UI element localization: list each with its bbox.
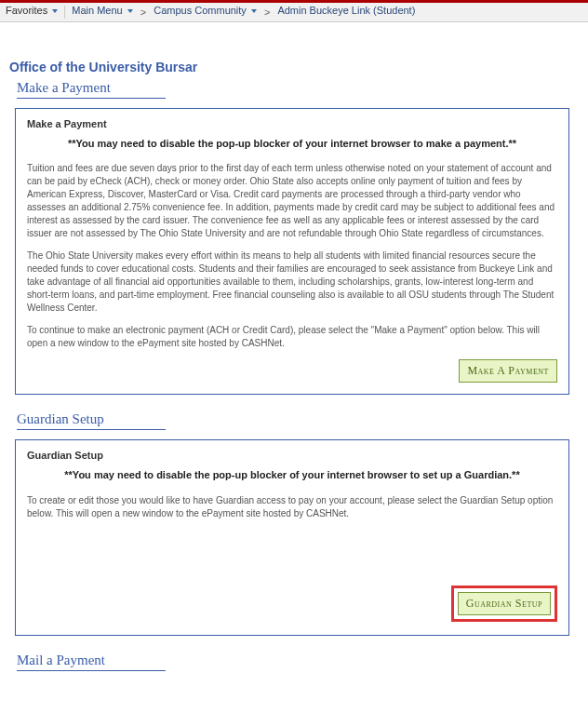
breadcrumb-main-menu[interactable]: Main Menu (72, 5, 132, 20)
chevron-down-icon (52, 9, 58, 13)
highlight-box-guardian: Guardian Setup (451, 586, 557, 622)
breadcrumb-separator: > (137, 7, 150, 18)
breadcrumb-admin-buckeye-link[interactable]: Admin Buckeye Link (Student) (277, 5, 415, 20)
popup-warning-make-payment: **You may need to disable the pop-up blo… (27, 137, 557, 151)
make-payment-button[interactable]: Make A Payment (459, 359, 557, 383)
section-heading-guardian: Guardian Setup (17, 411, 166, 430)
panel-make-payment: Make a Payment **You may need to disable… (15, 108, 569, 395)
section-heading-mail-payment: Mail a Payment (17, 653, 166, 671)
page-content: Office of the University Bursar Make a P… (0, 22, 588, 690)
make-payment-para3: To continue to make an electronic paymen… (27, 324, 557, 350)
breadcrumb-item-label: Main Menu (72, 5, 122, 16)
make-payment-para2: The Ohio State University makes every ef… (27, 249, 557, 315)
section-heading-make-payment: Make a Payment (17, 80, 166, 99)
breadcrumb-campus-community[interactable]: Campus Community (154, 5, 257, 20)
panel-title-make-payment: Make a Payment (27, 118, 557, 129)
action-row-guardian: Guardian Setup (27, 586, 557, 622)
spacer (27, 530, 557, 576)
panel-guardian: Guardian Setup **You may need to disable… (15, 439, 569, 635)
breadcrumb-favorites[interactable]: Favorites (6, 5, 58, 20)
chevron-down-icon (251, 9, 257, 13)
breadcrumb-separator: > (261, 7, 274, 18)
popup-warning-guardian: **You may need to disable the pop-up blo… (27, 468, 557, 482)
breadcrumb-divider (64, 6, 65, 19)
breadcrumb-item-label: Admin Buckeye Link (Student) (277, 5, 415, 16)
breadcrumb: Favorites Main Menu > Campus Community >… (0, 3, 588, 22)
action-row-make-payment: Make A Payment (27, 359, 557, 383)
breadcrumb-item-label: Campus Community (154, 5, 247, 16)
make-payment-para1: Tuition and fees are due seven days prio… (27, 162, 557, 240)
page-title: Office of the University Bursar (9, 60, 579, 74)
chevron-down-icon (127, 9, 133, 13)
guardian-para1: To create or edit those you would like t… (27, 494, 557, 520)
breadcrumb-favorites-label: Favorites (6, 5, 47, 16)
panel-title-guardian: Guardian Setup (27, 450, 557, 461)
guardian-setup-button[interactable]: Guardian Setup (458, 592, 551, 615)
